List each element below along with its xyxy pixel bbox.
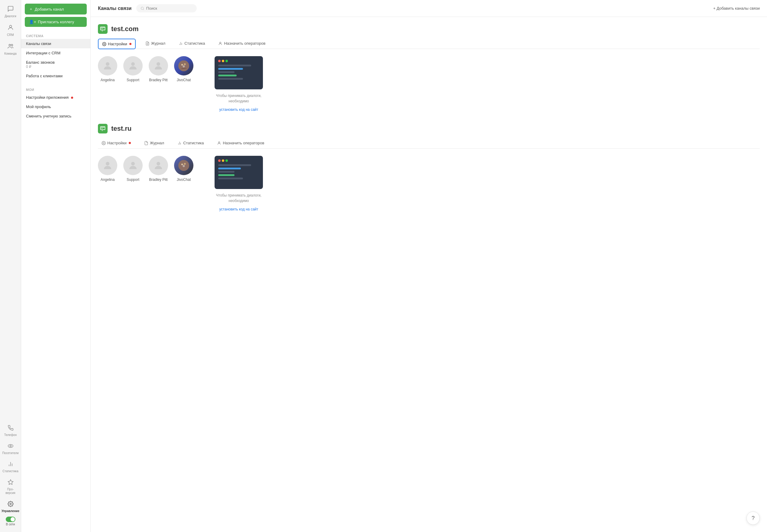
nav-item-switch-account[interactable]: Сменить учетную запись [21,111,90,121]
channel-icon-test-com [98,24,107,34]
install-code-link-2[interactable]: установить код на сайт [220,207,258,211]
operator-support-2[interactable]: Support [123,156,143,182]
settings-dot [129,43,131,45]
sidebar-item-dialogi[interactable]: Диалоги [2,3,20,21]
statistics-tab-icon [178,41,183,46]
operator-avatar-angelina-2 [98,156,117,175]
svg-point-3 [8,444,13,447]
svg-point-15 [104,43,105,45]
nav-item-my-profile[interactable]: Мой профиль [21,102,90,111]
journal-icon [145,41,149,46]
settings-icon [102,42,106,46]
online-toggle[interactable] [6,517,15,522]
operator-name-bradley-2: Bradley Pitt [149,178,167,182]
crm-icon [7,24,14,32]
add-channel-label: Добавить канал [35,7,64,11]
operator-jivochat-1[interactable]: JivoChat [174,56,194,82]
search-input[interactable] [146,6,193,11]
svg-point-8 [10,503,11,505]
nav-item-balance[interactable]: Баланс звонков 0 ₽ [21,58,90,71]
dot-red [218,60,221,62]
sidebar-item-pro[interactable]: Про-версия [2,477,20,497]
code-line-3 [218,71,235,73]
nav-item-clients[interactable]: Работа с клиентами [21,71,90,81]
svg-rect-14 [101,28,103,29]
main-scroll: test.com Настройки [91,17,767,532]
add-channels-link[interactable]: + Добавить каналы связи [713,6,760,11]
dialogi-label: Диалоги [5,14,16,18]
operator-avatar-bradley-2 [149,156,168,175]
dialogi-icon [7,5,14,14]
channel-name-test-com: test.com [111,25,138,33]
svg-point-42 [181,164,183,165]
nav-item-integrations[interactable]: Интеграции с CRM [21,48,90,58]
svg-point-44 [182,165,184,167]
svg-point-43 [184,163,185,165]
nav-item-channels[interactable]: Каналы связи [21,39,90,48]
svg-rect-13 [101,27,104,28]
code-preview-text-1: Чтобы принимать диалоги, необходимо [212,93,266,104]
invite-colleague-button[interactable]: 👤+ Пригласить коллегу [25,17,87,27]
code-window-test-ru [215,156,263,189]
sidebar-item-management[interactable]: Управление [2,498,20,515]
channel-name-test-ru: test.ru [111,125,131,133]
add-channel-button[interactable]: ＋ Добавить канал [25,4,87,14]
svg-rect-32 [101,128,103,129]
my-section: МОИ Настройки приложения Мой профиль Сме… [21,85,90,121]
operator-bradley-2[interactable]: Bradley Pitt [149,156,168,182]
nav-item-app-settings[interactable]: Настройки приложения [21,93,90,102]
my-section-label: МОИ [21,85,90,93]
search-box[interactable] [136,4,197,12]
operator-name-support-2: Support [127,178,139,182]
tab-settings-label-2: Настройки [107,141,127,145]
sidebar-item-team[interactable]: Команда [2,40,20,58]
sidebar-item-statistics[interactable]: Статистика [2,459,20,476]
svg-point-27 [184,63,185,65]
operator-avatar-angelina-1 [98,56,117,75]
channel-tabs-test-ru: Настройки Журнал Статист [98,138,760,149]
tab-journal-label-2: Журнал [150,141,164,145]
svg-point-22 [106,62,109,66]
visitors-label: Посетители [2,451,18,455]
operator-name-jivochat-2: JivoChat [177,178,191,182]
code-preview-test-ru: Чтобы принимать диалоги, необходимо уста… [212,156,266,211]
main-content: Каналы связи + Добавить каналы связи [91,0,767,532]
dot-red-2 [218,159,221,162]
operator-support-1[interactable]: Support [123,56,143,82]
help-button[interactable]: ? [746,511,760,525]
install-code-link-1[interactable]: установить код на сайт [220,107,258,112]
tab-assign-test-ru[interactable]: Назначить операторов [214,138,268,148]
code-line-ru-5 [218,178,243,179]
operator-avatar-jivochat-1 [174,56,194,75]
tab-assign-test-com[interactable]: Назначить операторов [215,39,269,49]
sidebar-item-telefon[interactable]: Телефон [2,422,20,439]
operator-avatar-jivochat-2 [174,156,194,175]
nav-sidebar: ＋ Добавить канал 👤+ Пригласить коллегу С… [21,0,91,532]
management-icon [8,501,14,508]
settings-dot-2 [129,142,131,144]
operator-angelina-2[interactable]: Angelina [98,156,117,182]
sidebar-item-visitors[interactable]: Посетители [2,441,20,457]
tab-statistics-test-com[interactable]: Статистика [175,39,209,49]
code-line-2 [218,68,243,70]
header-left: Каналы связи [98,4,197,12]
dot-green-2 [226,159,228,162]
tab-settings-label: Настройки [108,42,127,46]
tab-journal-test-ru[interactable]: Журнал [140,138,168,148]
svg-point-28 [182,65,184,67]
svg-point-26 [181,64,183,66]
tab-settings-test-ru[interactable]: Настройки [98,138,134,148]
add-channel-icon: ＋ [29,6,33,12]
tab-journal-test-com[interactable]: Журнал [142,39,169,49]
operator-angelina-1[interactable]: Angelina [98,56,117,82]
code-line-1 [218,65,251,66]
tab-settings-test-com[interactable]: Настройки [98,39,136,49]
sidebar-item-crm[interactable]: CRM [2,22,20,39]
page-title: Каналы связи [98,6,131,11]
operator-bradley-1[interactable]: Bradley Pitt [149,56,168,82]
tab-statistics-test-ru[interactable]: Статистика [174,138,207,148]
window-dots [218,60,259,62]
balance-label: Баланс звонков [26,60,55,65]
operator-jivochat-2[interactable]: JivoChat [174,156,194,182]
invite-label: Пригласить коллегу [38,20,74,24]
